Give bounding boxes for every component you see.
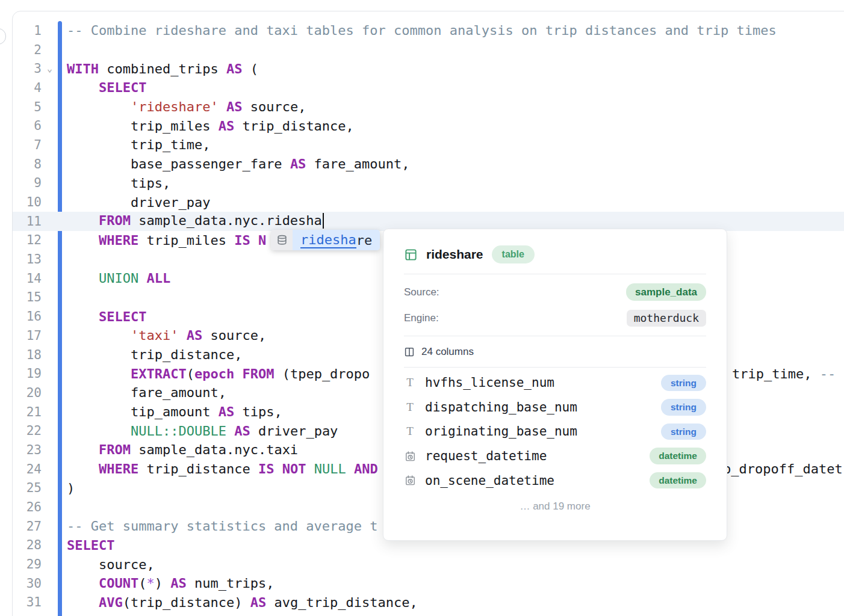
- line-number: 5: [13, 100, 42, 114]
- line-number: 17: [13, 328, 42, 343]
- line-number: 1: [13, 23, 42, 38]
- line-text: trip_time,: [67, 137, 210, 152]
- line-text: EXTRACT(epoch FROM (tpep_dropo: [67, 366, 370, 381]
- code-line-31[interactable]: 31 AVG(trip_distance) AS avg_trip_distan…: [13, 593, 844, 612]
- line-number: 14: [13, 271, 42, 286]
- line-text: AVG(trip_time) AS avg_trip_time,: [67, 614, 354, 616]
- column-row: on_scene_datetimedatetime: [404, 468, 706, 493]
- line-text: SELECT: [67, 80, 146, 95]
- database-icon: [271, 230, 293, 250]
- line-text: driver_pay: [67, 195, 210, 210]
- code-line-9[interactable]: 9 tips,: [13, 174, 844, 193]
- column-name: request_datetime: [425, 449, 650, 463]
- columns-count-row: 24 columns: [404, 336, 706, 367]
- source-label: Source:: [404, 286, 439, 298]
- line-number: 12: [13, 233, 42, 247]
- calendar-clock-icon: [404, 451, 416, 462]
- autocomplete-rest-text: re: [356, 233, 373, 248]
- column-row: Toriginating_base_numstring: [404, 419, 706, 444]
- code-line-1[interactable]: 1-- Combine rideshare and taxi tables fo…: [13, 21, 844, 40]
- line-text: 'rideshare' AS source,: [67, 99, 306, 114]
- code-line-4[interactable]: 4 SELECT: [13, 78, 844, 97]
- autocomplete-item-rideshare[interactable]: rideshare: [293, 230, 380, 250]
- line-text: 'taxi' AS source,: [67, 328, 266, 343]
- line-text: ): [67, 481, 75, 496]
- source-value-badge: sample_data: [626, 283, 706, 301]
- line-number: 11: [13, 214, 42, 229]
- line-number: 26: [13, 500, 42, 514]
- line-number: 4: [13, 81, 42, 95]
- code-line-8[interactable]: 8 base_passenger_fare AS fare_amount,: [13, 155, 844, 174]
- code-line-3[interactable]: 3⌄WITH combined_trips AS (: [13, 59, 844, 78]
- code-line-2[interactable]: 2: [13, 40, 844, 60]
- column-name: dispatching_base_num: [425, 400, 661, 414]
- autocomplete-match-text: ridesha: [300, 232, 356, 248]
- sql-editor-screen: { "editor": { "accent_bar_color": "#4a7f…: [0, 0, 844, 616]
- line-text: base_passenger_fare AS fare_amount,: [67, 156, 410, 171]
- table-info-header: rideshare table: [404, 229, 706, 263]
- code-line-6[interactable]: 6 trip_miles AS trip_distance,: [13, 116, 844, 135]
- fold-chevron-icon[interactable]: ⌄: [42, 64, 58, 73]
- line-text: SELECT: [67, 538, 114, 553]
- line-number: 16: [13, 309, 42, 324]
- line-text: -- Get summary statistics and average t: [67, 519, 378, 534]
- column-type-badge: datetime: [650, 472, 706, 489]
- line-text: source,: [67, 557, 155, 572]
- column-type-badge: string: [661, 375, 706, 392]
- text-type-icon: T: [404, 401, 416, 414]
- line-text: -- Combine rideshare and taxi tables for…: [67, 23, 777, 38]
- code-line-30[interactable]: 30 COUNT(*) AS num_trips,: [13, 574, 844, 593]
- line-text: AVG(trip_distance) AS avg_trip_distance,: [67, 595, 418, 610]
- table-icon: [404, 248, 418, 262]
- line-text: tips,: [67, 176, 170, 191]
- autocomplete-popup: rideshare: [271, 230, 380, 250]
- line-text: UNION ALL: [67, 271, 170, 286]
- line-text: WHERE trip_miles IS N: [67, 233, 266, 248]
- text-type-icon: T: [404, 425, 416, 438]
- column-type-badge: datetime: [650, 448, 706, 464]
- line-number: 27: [13, 519, 42, 534]
- line-number: 20: [13, 386, 42, 400]
- line-number: 25: [13, 481, 42, 495]
- column-type-badge: string: [661, 399, 706, 416]
- engine-label: Engine:: [404, 312, 439, 324]
- line-number: 22: [13, 424, 42, 438]
- line-number: 21: [13, 405, 42, 419]
- column-name: hvfhs_license_num: [425, 375, 661, 390]
- code-line-10[interactable]: 10 driver_pay: [13, 192, 844, 212]
- line-number: 3: [13, 61, 42, 76]
- line-text: COUNT(*) AS num_trips,: [67, 576, 274, 591]
- code-line-32[interactable]: 32 AVG(trip_time) AS avg_trip_time,: [13, 612, 844, 616]
- column-list: Thvfhs_license_numstringTdispatching_bas…: [404, 368, 706, 493]
- code-line-11[interactable]: 11 FROM sample_data.nyc.ridesha: [13, 212, 844, 231]
- code-line-7[interactable]: 7 trip_time,: [13, 135, 844, 155]
- line-text-continuation: trip_time, --: [732, 364, 836, 383]
- column-name: originating_base_num: [425, 424, 661, 439]
- line-number: 29: [13, 557, 42, 571]
- line-text: trip_distance,: [67, 347, 242, 362]
- text-type-icon: T: [404, 376, 416, 389]
- engine-value-badge: motherduck: [627, 310, 706, 327]
- line-text: tip_amount AS tips,: [67, 404, 282, 419]
- line-number: 13: [13, 252, 42, 266]
- line-text: fare_amount,: [67, 385, 226, 400]
- line-number: 28: [13, 538, 42, 552]
- line-number: 2: [13, 43, 42, 57]
- code-line-29[interactable]: 29 source,: [13, 555, 844, 574]
- table-name: rideshare: [426, 247, 483, 262]
- text-cursor: [323, 213, 324, 229]
- line-text: SELECT: [67, 309, 146, 324]
- clipped-left-control: [0, 28, 6, 45]
- line-text: WHERE trip_distance IS NOT NULL AND: [67, 461, 378, 476]
- column-name: on_scene_datetime: [425, 473, 650, 488]
- line-number: 10: [13, 195, 42, 209]
- columns-count-text: 24 columns: [421, 346, 474, 358]
- column-row: Thvfhs_license_numstring: [404, 371, 706, 395]
- more-columns-text: … and 19 more: [404, 500, 706, 513]
- line-number: 18: [13, 348, 42, 362]
- line-text: WITH combined_trips AS (: [67, 61, 258, 76]
- code-line-5[interactable]: 5 'rideshare' AS source,: [13, 97, 844, 117]
- table-type-badge: table: [492, 245, 535, 263]
- line-text: trip_miles AS trip_distance,: [67, 119, 354, 134]
- line-number: 30: [13, 576, 42, 591]
